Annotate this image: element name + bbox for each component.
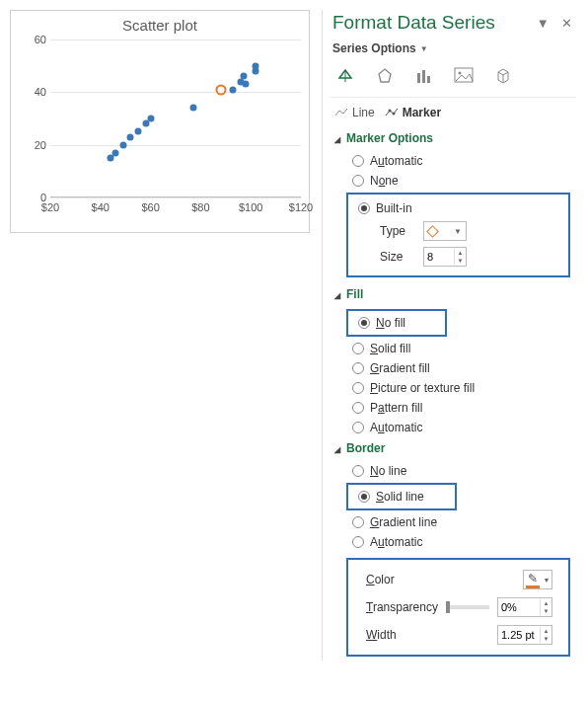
marker-size-spinner[interactable]: ▲▼ [423,247,467,267]
svg-point-7 [392,113,395,116]
data-point[interactable] [147,116,154,122]
fill-line-icon[interactable] [334,65,356,87]
data-point[interactable] [243,81,250,88]
radio-none-marker[interactable]: None [331,171,576,191]
size-properties-icon[interactable] [413,65,435,87]
radio-no-line[interactable]: No line [331,461,576,481]
border-color-button[interactable]: ✎▼ [523,570,552,589]
data-point[interactable] [112,149,119,156]
border-props-frame: Color ✎▼ Transparency ▲▼ Width ▲▼ [346,558,570,657]
solid-line-frame: Solid line [346,483,457,510]
radio-auto-fill[interactable]: Automatic [331,418,576,437]
width-input-box[interactable]: ▲▼ [497,625,552,645]
builtin-frame: Built-in Type ▼ Size ▲▼ [346,193,570,277]
tab-marker[interactable]: Marker [385,106,441,119]
marker-type-row: Type ▼ [352,218,564,244]
format-data-series-pane: Format Data Series ▼ ✕ Series Options [322,10,576,661]
pane-title: Format Data Series [332,12,495,34]
radio-no-fill[interactable]: No fill [352,313,441,333]
no-fill-frame: No fill [346,309,447,337]
radio-gradient-fill[interactable]: Gradient fill [331,358,576,378]
data-point[interactable] [119,141,126,148]
data-point[interactable] [240,73,247,80]
section-marker-options[interactable]: Marker Options [331,127,576,151]
svg-rect-2 [422,70,425,83]
radio-picture-fill[interactable]: Picture or texture fill [331,378,576,398]
radio-gradient-line[interactable]: Gradient line [331,512,576,532]
pane-options-icon[interactable]: ▼ [537,16,550,31]
radio-auto-line[interactable]: Automatic [331,532,576,552]
data-point[interactable] [253,62,259,69]
marker-size-input[interactable] [424,251,454,263]
width-input[interactable] [498,629,540,641]
svg-point-6 [388,110,391,113]
svg-marker-0 [379,69,391,82]
color-label: Color [366,573,395,586]
svg-rect-1 [417,73,420,83]
3d-icon[interactable] [492,65,514,87]
effects-icon[interactable] [374,65,396,87]
section-fill[interactable]: Fill [331,283,576,307]
width-label: Width [366,628,397,642]
category-icons [331,63,576,98]
transparency-label: Transparency [366,600,438,614]
radio-solid-fill[interactable]: Solid fill [331,339,576,358]
close-icon[interactable]: ✕ [561,16,572,31]
chart-title: Scatter plot [19,17,301,34]
radio-pattern-fill[interactable]: Pattern fill [331,398,576,418]
chart-container[interactable]: Scatter plot 0204060$20$40$60$80$100$120 [10,10,310,233]
svg-rect-3 [427,76,430,83]
section-border[interactable]: Border [331,437,576,461]
plot-area[interactable]: 0204060$20$40$60$80$100$120 [29,39,301,197]
highlighted-point[interactable] [215,84,226,95]
transparency-input[interactable] [498,601,540,613]
marker-size-row: Size ▲▼ [352,244,564,270]
radio-builtin[interactable]: Built-in [352,198,564,218]
tab-line[interactable]: Line [334,106,375,119]
data-point[interactable] [127,133,134,140]
series-options-dropdown[interactable]: Series Options [331,39,576,63]
data-point[interactable] [230,86,237,93]
picture-icon[interactable] [453,65,475,87]
marker-type-picker[interactable]: ▼ [423,221,467,241]
transparency-slider[interactable] [446,605,489,609]
radio-solid-line[interactable]: Solid line [352,487,451,507]
data-point[interactable] [189,105,196,112]
radio-automatic-marker[interactable]: Automatic [331,151,576,171]
svg-point-5 [459,72,462,75]
transparency-input-box[interactable]: ▲▼ [497,597,552,617]
data-point[interactable] [134,128,141,135]
